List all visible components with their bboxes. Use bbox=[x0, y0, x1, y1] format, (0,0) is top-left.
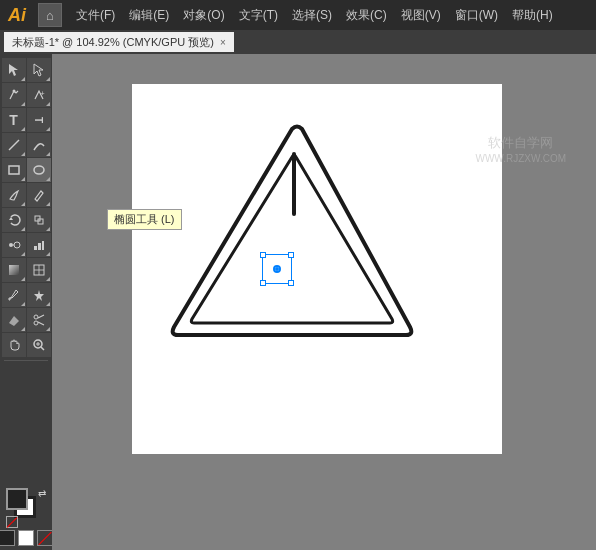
handle-center-dot bbox=[275, 267, 279, 271]
canvas-area[interactable]: 椭圆工具 (L) 软件自学网 WWW.RJZXW.COM bbox=[52, 54, 596, 550]
app-logo: Ai bbox=[8, 5, 26, 26]
tool-row-11 bbox=[2, 308, 51, 332]
color-swatches: ⇄ bbox=[6, 488, 46, 528]
toolbar: + T T bbox=[0, 54, 52, 550]
arc-tool[interactable] bbox=[27, 133, 51, 157]
tool-row-3: T T bbox=[2, 108, 51, 132]
handle-bottom-left[interactable] bbox=[260, 280, 266, 286]
tool-row-2: + bbox=[2, 83, 51, 107]
tab-label: 未标题-1* @ 104.92% (CMYK/GPU 预览) bbox=[12, 35, 214, 50]
svg-rect-11 bbox=[34, 246, 37, 250]
vertical-type-tool[interactable]: T bbox=[27, 108, 51, 132]
svg-rect-14 bbox=[9, 265, 19, 275]
menu-file[interactable]: 文件(F) bbox=[70, 5, 121, 26]
tool-row-9 bbox=[2, 258, 51, 282]
gradient-color-icon[interactable] bbox=[18, 530, 34, 546]
solid-color-icon[interactable] bbox=[0, 530, 15, 546]
type-tool[interactable]: T bbox=[2, 108, 26, 132]
zoom-tool[interactable] bbox=[27, 333, 51, 357]
handle-top-left[interactable] bbox=[260, 252, 266, 258]
scissors-tool[interactable] bbox=[27, 308, 51, 332]
tool-row-7 bbox=[2, 208, 51, 232]
add-anchor-tool[interactable]: + bbox=[27, 83, 51, 107]
scale-tool[interactable] bbox=[27, 208, 51, 232]
tab-close-button[interactable]: × bbox=[220, 37, 226, 48]
svg-point-9 bbox=[14, 242, 20, 248]
line-tool[interactable] bbox=[2, 133, 26, 157]
svg-rect-12 bbox=[38, 243, 41, 250]
main-layout: + T T bbox=[0, 54, 596, 550]
pencil-tool[interactable] bbox=[27, 183, 51, 207]
select-tool[interactable] bbox=[2, 58, 26, 82]
direct-select-tool[interactable] bbox=[27, 58, 51, 82]
menu-bar: 文件(F) 编辑(E) 对象(O) 文字(T) 选择(S) 效果(C) 视图(V… bbox=[70, 5, 588, 26]
swap-fill-stroke-icon[interactable]: ⇄ bbox=[38, 488, 46, 499]
hand-tool[interactable] bbox=[2, 333, 26, 357]
svg-marker-5 bbox=[9, 217, 13, 220]
graph-tool[interactable] bbox=[27, 233, 51, 257]
tool-row-4 bbox=[2, 133, 51, 157]
tab-bar: 未标题-1* @ 104.92% (CMYK/GPU 预览) × bbox=[0, 30, 596, 54]
live-paint-tool[interactable] bbox=[27, 283, 51, 307]
exclamation-line bbox=[284, 149, 304, 239]
extra-color-icons bbox=[0, 530, 52, 546]
menu-select[interactable]: 选择(S) bbox=[286, 5, 338, 26]
tool-row-10 bbox=[2, 283, 51, 307]
svg-point-4 bbox=[34, 166, 44, 174]
menu-edit[interactable]: 编辑(E) bbox=[123, 5, 175, 26]
title-bar: Ai ⌂ 文件(F) 编辑(E) 对象(O) 文字(T) 选择(S) 效果(C)… bbox=[0, 0, 596, 30]
none-color-icon[interactable] bbox=[6, 516, 18, 528]
tool-row-5 bbox=[2, 158, 51, 182]
menu-window[interactable]: 窗口(W) bbox=[449, 5, 504, 26]
home-button[interactable]: ⌂ bbox=[38, 3, 62, 27]
active-tab[interactable]: 未标题-1* @ 104.92% (CMYK/GPU 预览) × bbox=[4, 32, 234, 52]
menu-object[interactable]: 对象(O) bbox=[177, 5, 230, 26]
tool-row-1 bbox=[2, 58, 51, 82]
svg-line-2 bbox=[9, 140, 19, 150]
svg-line-21 bbox=[38, 322, 44, 325]
svg-rect-13 bbox=[42, 241, 44, 250]
tool-row-12 bbox=[2, 333, 51, 357]
blend-tool[interactable] bbox=[2, 233, 26, 257]
pen-tool[interactable] bbox=[2, 83, 26, 107]
paintbrush-tool[interactable] bbox=[2, 183, 26, 207]
handle-bottom-right[interactable] bbox=[288, 280, 294, 286]
menu-effect[interactable]: 效果(C) bbox=[340, 5, 393, 26]
menu-view[interactable]: 视图(V) bbox=[395, 5, 447, 26]
color-area: ⇄ bbox=[0, 484, 52, 550]
menu-help[interactable]: 帮助(H) bbox=[506, 5, 559, 26]
svg-point-18 bbox=[34, 315, 38, 319]
toolbar-divider bbox=[4, 360, 48, 361]
eraser-tool[interactable] bbox=[2, 308, 26, 332]
svg-point-0 bbox=[12, 90, 15, 93]
svg-line-23 bbox=[41, 347, 44, 350]
gradient-tool[interactable] bbox=[2, 258, 26, 282]
svg-point-8 bbox=[9, 243, 13, 247]
svg-text:+: + bbox=[40, 89, 45, 98]
eyedropper-tool[interactable] bbox=[2, 283, 26, 307]
handle-top-right[interactable] bbox=[288, 252, 294, 258]
tool-row-8 bbox=[2, 233, 51, 257]
fill-color-swatch[interactable] bbox=[6, 488, 28, 510]
selection-box bbox=[262, 254, 292, 284]
svg-rect-3 bbox=[9, 166, 19, 174]
ellipse-tool[interactable] bbox=[27, 158, 51, 182]
rotate-tool[interactable] bbox=[2, 208, 26, 232]
rectangle-tool[interactable] bbox=[2, 158, 26, 182]
svg-line-20 bbox=[38, 315, 44, 318]
mesh-tool[interactable] bbox=[27, 258, 51, 282]
menu-type[interactable]: 文字(T) bbox=[233, 5, 284, 26]
no-color-icon[interactable] bbox=[37, 530, 52, 546]
tool-row-6 bbox=[2, 183, 51, 207]
svg-point-19 bbox=[34, 321, 38, 325]
